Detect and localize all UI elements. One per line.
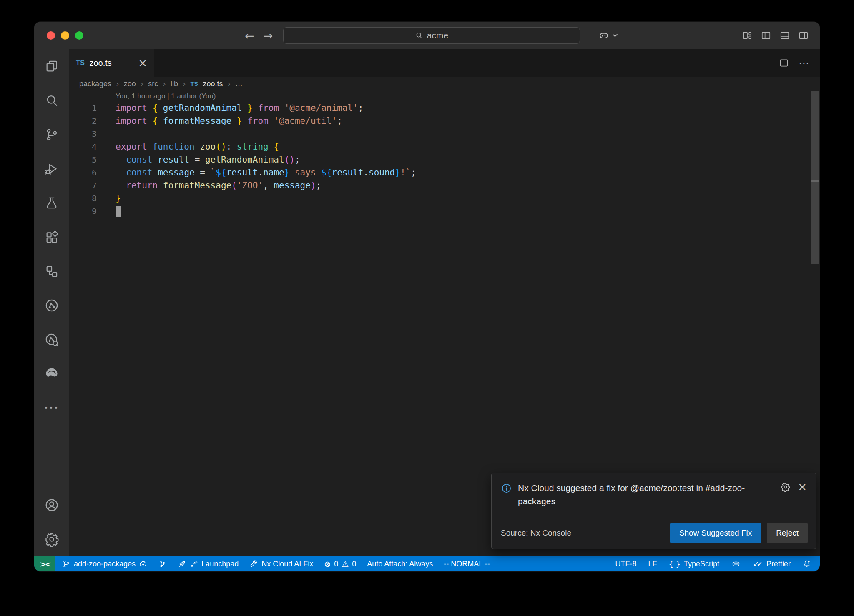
- breadcrumb-packages[interactable]: packages: [79, 80, 111, 88]
- forward-button[interactable]: →: [264, 29, 273, 42]
- close-tab-icon[interactable]: ×: [138, 58, 147, 68]
- sidebar-item-extensions[interactable]: [34, 220, 69, 254]
- breadcrumb-zoo[interactable]: zoo: [124, 80, 136, 88]
- code-line-3[interactable]: 3: [69, 128, 820, 140]
- source-control-graph-status[interactable]: [158, 560, 167, 568]
- settings-button[interactable]: [34, 522, 69, 556]
- bell-dot-icon: [802, 559, 811, 568]
- sidebar-item-nx-graph[interactable]: [34, 288, 69, 323]
- encoding-status[interactable]: UTF-8: [615, 560, 636, 568]
- status-bar: >< add-zoo-packages: [34, 556, 820, 571]
- minimize-window-button[interactable]: [61, 31, 69, 40]
- search-icon: [415, 31, 423, 40]
- line-number: 9: [69, 205, 97, 218]
- zoom-window-button[interactable]: [75, 31, 83, 40]
- auto-attach-status[interactable]: Auto Attach: Always: [367, 560, 433, 568]
- customize-layout-icon[interactable]: [742, 30, 753, 41]
- remote-indicator[interactable]: ><: [34, 556, 55, 571]
- breadcrumb-lib[interactable]: lib: [171, 80, 178, 88]
- line-number: 3: [69, 128, 97, 140]
- sidebar-item-testing[interactable]: [34, 186, 69, 220]
- sidebar-item-explorer[interactable]: [34, 49, 69, 83]
- toggle-primary-sidebar-icon[interactable]: [761, 30, 771, 41]
- eol-status[interactable]: LF: [648, 560, 657, 568]
- launchpad-status[interactable]: Launchpad: [178, 560, 239, 568]
- copilot-menu[interactable]: [598, 22, 618, 49]
- nx-fix-label: Nx Cloud AI Fix: [261, 560, 313, 568]
- vim-mode-status[interactable]: -- NORMAL --: [444, 560, 490, 568]
- sidebar-item-edge-tools[interactable]: [34, 357, 69, 391]
- sidebar-item-project-structure[interactable]: [34, 254, 69, 288]
- copilot-status[interactable]: [731, 559, 741, 569]
- close-window-button[interactable]: [47, 31, 55, 40]
- formatter-status[interactable]: ✓✓ Prettier: [753, 559, 791, 568]
- code-line-4[interactable]: 4export function zoo(): string {: [69, 140, 820, 153]
- code-line-9[interactable]: 9: [69, 205, 820, 218]
- language-label: TypeScript: [684, 560, 719, 568]
- sidebar-item-more[interactable]: •••: [34, 391, 69, 425]
- copilot-icon: [731, 559, 741, 569]
- breadcrumb: packages › zoo › src › lib › TS zoo.ts ›…: [69, 77, 820, 91]
- language-mode-status[interactable]: { } TypeScript: [668, 560, 719, 568]
- beaker-icon: [45, 196, 59, 210]
- breadcrumb-more[interactable]: …: [235, 80, 243, 88]
- git-blame-annotation[interactable]: You, 1 hour ago | 1 author (You): [116, 91, 820, 102]
- files-icon: [45, 59, 59, 73]
- command-center-search[interactable]: acme: [283, 27, 580, 44]
- sidebar-item-nx-graph-search[interactable]: [34, 323, 69, 357]
- show-suggested-fix-button[interactable]: Show Suggested Fix: [670, 523, 761, 543]
- sidebar-item-source-control[interactable]: [34, 118, 69, 152]
- search-value: acme: [427, 30, 448, 40]
- debug-icon: [45, 162, 59, 176]
- toggle-secondary-sidebar-icon[interactable]: [798, 30, 809, 41]
- notifications-button[interactable]: [802, 559, 811, 568]
- git-branch-icon: [45, 128, 59, 142]
- sidebar-item-search[interactable]: [34, 83, 69, 118]
- eol-label: LF: [648, 560, 657, 568]
- typescript-file-icon: TS: [191, 80, 198, 87]
- code-line-2[interactable]: 2import { formatMessage } from '@acme/ut…: [69, 115, 820, 128]
- account-button[interactable]: [34, 488, 69, 522]
- breadcrumb-file[interactable]: zoo.ts: [203, 80, 223, 88]
- connected-squares-icon: [45, 264, 59, 278]
- line-number: 8: [69, 192, 97, 205]
- formatter-label: Prettier: [766, 560, 791, 568]
- notification-source: Source: Nx Console: [501, 528, 571, 538]
- code-line-8[interactable]: 8}: [69, 192, 820, 205]
- git-branch-status[interactable]: add-zoo-packages: [62, 560, 148, 568]
- edge-browser-icon: [44, 366, 59, 381]
- activity-bar: •••: [34, 49, 69, 556]
- code-line-5[interactable]: 5 const result = getRandomAnimal();: [69, 153, 820, 166]
- launchpad-label: Launchpad: [201, 560, 239, 568]
- nx-cloud-ai-fix-status[interactable]: Nx Cloud AI Fix: [249, 560, 313, 568]
- back-button[interactable]: ←: [245, 29, 254, 42]
- reject-button[interactable]: Reject: [767, 523, 808, 543]
- graph-search-icon: [44, 332, 59, 347]
- error-icon: ⊗: [324, 559, 331, 568]
- info-icon: [501, 483, 512, 494]
- tab-zoo-ts[interactable]: TS zoo.ts ×: [69, 49, 154, 77]
- warning-count: 0: [352, 560, 356, 568]
- problems-status[interactable]: ⊗ 0 ⚠ 0: [324, 559, 356, 568]
- chevron-down-icon: [613, 34, 618, 37]
- account-icon: [44, 498, 59, 513]
- split-editor-icon[interactable]: [779, 58, 789, 68]
- code-line-7[interactable]: 7 return formatMessage('ZOO', message);: [69, 179, 820, 192]
- git-graph-icon: [158, 560, 167, 568]
- git-branch-icon: [62, 560, 70, 568]
- editor-scrollbar[interactable]: [811, 91, 819, 264]
- code-line-1[interactable]: 1import { getRandomAnimal } from '@acme/…: [69, 102, 820, 115]
- vscode-window: ← → acme: [34, 22, 820, 571]
- notification-close-icon[interactable]: ×: [798, 481, 807, 492]
- notification-settings-gear-icon[interactable]: [781, 482, 790, 492]
- typescript-file-icon: TS: [76, 59, 85, 67]
- code-line-6[interactable]: 6 const message = `${result.name} says $…: [69, 166, 820, 179]
- breadcrumb-separator: ›: [163, 79, 166, 88]
- copilot-icon: [598, 30, 610, 41]
- more-actions-icon[interactable]: ⋯: [799, 57, 810, 69]
- toggle-panel-icon[interactable]: [779, 30, 790, 41]
- sidebar-item-run-debug[interactable]: [34, 152, 69, 186]
- graph-circle-icon: [44, 298, 59, 313]
- branch-name: add-zoo-packages: [74, 560, 136, 568]
- breadcrumb-src[interactable]: src: [148, 80, 158, 88]
